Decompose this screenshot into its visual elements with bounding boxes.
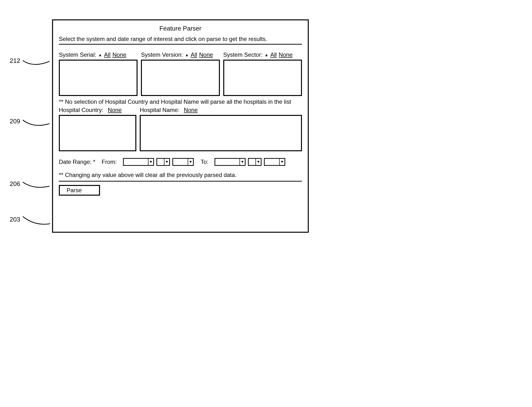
callout-203-label: 203 xyxy=(10,216,20,223)
system-serial-group: System Serial: ▲ All None xyxy=(59,51,138,96)
hospital-name-group: Hospital Name: None xyxy=(140,107,302,151)
to-day-select[interactable] xyxy=(248,158,262,166)
from-day-select[interactable] xyxy=(156,158,170,166)
caret-up-icon[interactable]: ▲ xyxy=(185,53,189,57)
date-range-label: Date Range: * xyxy=(59,159,95,165)
chevron-down-icon xyxy=(188,159,193,165)
hospital-name-listbox[interactable] xyxy=(140,115,302,151)
hospital-name-label: Hospital Name: xyxy=(140,107,179,113)
system-filters-row: System Serial: ▲ All None System Version… xyxy=(59,51,302,96)
caret-up-icon[interactable]: ▲ xyxy=(264,53,268,57)
from-year-select[interactable] xyxy=(172,158,194,166)
date-range-row: Date Range: * From: To: xyxy=(59,158,302,166)
date-to-label: To: xyxy=(200,159,208,165)
system-version-group: System Version: ▲ All None xyxy=(141,51,220,96)
chevron-down-icon xyxy=(148,159,153,165)
system-serial-none-link[interactable]: None xyxy=(112,51,126,58)
system-sector-label: System Sector: xyxy=(223,51,263,58)
system-serial-all-link[interactable]: All xyxy=(104,51,111,58)
caret-up-icon[interactable]: ▲ xyxy=(98,53,102,57)
callout-206: 206 xyxy=(10,178,51,190)
warning-text: ** Changing any value above will clear a… xyxy=(59,172,302,178)
system-version-none-link[interactable]: None xyxy=(199,51,213,58)
to-year-select[interactable] xyxy=(264,158,285,166)
hospital-country-none-link[interactable]: None xyxy=(108,107,122,113)
svg-marker-0 xyxy=(150,161,152,163)
chevron-down-icon xyxy=(239,159,245,165)
callout-212: 212 xyxy=(10,55,51,67)
callout-203: 203 xyxy=(10,212,51,227)
hospital-note: ** No selection of Hospital Country and … xyxy=(59,98,302,105)
parse-button-label: Parse xyxy=(67,187,82,194)
chevron-down-icon xyxy=(164,159,169,165)
dialog-title: Feature Parser xyxy=(59,25,302,32)
warning-block: ** Changing any value above will clear a… xyxy=(59,172,302,182)
hospital-filters-row: Hospital Country: None Hospital Name: No… xyxy=(59,107,302,151)
svg-marker-3 xyxy=(241,161,244,163)
callout-209: 209 xyxy=(10,115,51,127)
instruction-block: Select the system and date range of inte… xyxy=(59,36,302,45)
svg-marker-4 xyxy=(257,161,260,163)
callout-209-label: 209 xyxy=(10,118,20,125)
instruction-text: Select the system and date range of inte… xyxy=(59,36,302,42)
callout-212-label: 212 xyxy=(10,57,20,64)
hospital-country-listbox[interactable] xyxy=(59,115,136,151)
system-serial-listbox[interactable] xyxy=(59,60,138,96)
feature-parser-dialog: Feature Parser Select the system and dat… xyxy=(52,19,309,233)
system-sector-none-link[interactable]: None xyxy=(279,51,293,58)
from-month-select[interactable] xyxy=(123,158,154,166)
parse-button[interactable]: Parse xyxy=(59,185,100,196)
hospital-country-label: Hospital Country: xyxy=(59,107,103,113)
chevron-down-icon xyxy=(279,159,285,165)
svg-marker-5 xyxy=(281,161,283,163)
svg-marker-1 xyxy=(166,161,168,163)
hospital-country-group: Hospital Country: None xyxy=(59,107,136,151)
svg-marker-2 xyxy=(189,161,192,163)
system-serial-label: System Serial: xyxy=(59,51,96,58)
system-version-label: System Version: xyxy=(141,51,183,58)
callout-206-label: 206 xyxy=(10,180,20,188)
system-version-listbox[interactable] xyxy=(141,60,220,96)
system-sector-listbox[interactable] xyxy=(223,60,302,96)
system-sector-all-link[interactable]: All xyxy=(270,51,277,58)
system-sector-group: System Sector: ▲ All None xyxy=(223,51,302,96)
hospital-name-none-link[interactable]: None xyxy=(184,107,198,113)
chevron-down-icon xyxy=(255,159,261,165)
to-month-select[interactable] xyxy=(215,158,246,166)
date-from-label: From: xyxy=(102,159,117,165)
system-version-all-link[interactable]: All xyxy=(191,51,197,58)
